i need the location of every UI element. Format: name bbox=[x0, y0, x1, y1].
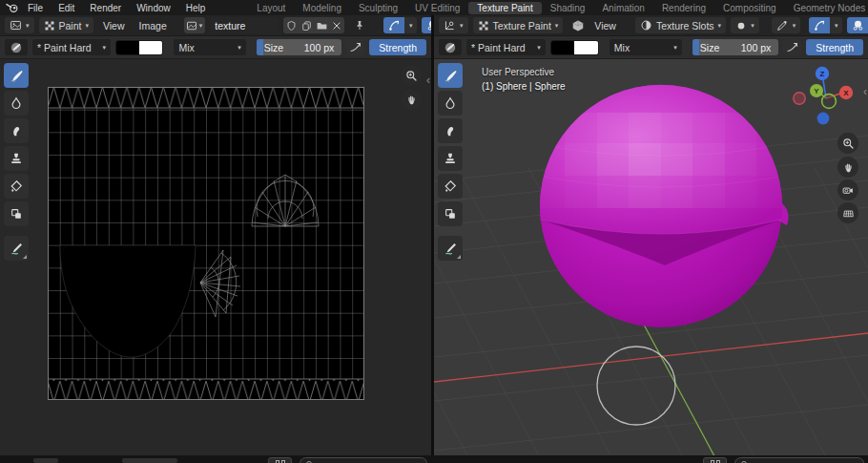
tool-annotate[interactable] bbox=[438, 236, 463, 261]
menu-render[interactable]: Render bbox=[83, 2, 128, 14]
tool-smear[interactable] bbox=[438, 118, 463, 143]
tool-fill[interactable] bbox=[4, 174, 29, 199]
menu-view[interactable]: View bbox=[98, 20, 130, 32]
tool-smear[interactable] bbox=[4, 118, 29, 143]
tool-fill[interactable] bbox=[438, 174, 463, 199]
size-slider[interactable]: Size 100 px bbox=[257, 39, 342, 55]
tab-texture-paint[interactable]: Texture Paint bbox=[468, 2, 541, 14]
tool-clone[interactable] bbox=[4, 146, 29, 171]
color-swatches[interactable] bbox=[550, 40, 599, 55]
gizmos-toggle[interactable]: ▾ bbox=[383, 17, 417, 33]
brush-icon-button[interactable] bbox=[5, 39, 28, 55]
viewport-body: User Perspective (1) Sphere | Sphere Z Y… bbox=[434, 59, 868, 455]
tab-compositing[interactable]: Compositing bbox=[714, 2, 785, 14]
search-field[interactable] bbox=[300, 457, 427, 463]
overlays-toggle[interactable]: ▾ bbox=[847, 17, 868, 33]
color-swatches[interactable] bbox=[115, 40, 164, 55]
mode-dropdown[interactable]: Texture Paint ▾ bbox=[473, 17, 564, 33]
tool-clone[interactable] bbox=[438, 146, 463, 171]
orthographic-toggle-button[interactable] bbox=[837, 202, 858, 223]
tool-soften[interactable] bbox=[4, 91, 29, 116]
texture-paint-canvas[interactable] bbox=[48, 87, 364, 400]
svg-text:Z: Z bbox=[820, 70, 825, 78]
svg-text:Y: Y bbox=[814, 87, 819, 95]
cutoff-widget bbox=[33, 458, 58, 463]
tab-geometry-nodes[interactable]: Geometry Nodes bbox=[785, 2, 868, 14]
chevron-down-icon: ▾ bbox=[751, 22, 754, 29]
zoom-button[interactable] bbox=[401, 65, 422, 86]
tool-soften[interactable] bbox=[438, 91, 463, 116]
orientation-gizmo[interactable]: Z Y X bbox=[789, 64, 863, 131]
topbar: File Edit Render Window Help Layout Mode… bbox=[0, 0, 868, 15]
size-pressure-button[interactable] bbox=[783, 39, 801, 55]
menu-help[interactable]: Help bbox=[179, 2, 213, 14]
strength-button[interactable]: Strength bbox=[369, 39, 426, 55]
gizmos-toggle[interactable]: ▾ bbox=[809, 17, 842, 33]
menu-view[interactable]: View bbox=[589, 20, 621, 32]
paint-mode-dropdown[interactable]: Paint ▾ bbox=[39, 17, 93, 33]
viewport-header: ▾ Texture Paint ▾ View bbox=[434, 15, 868, 36]
size-slider[interactable]: Size 100 px bbox=[692, 39, 778, 55]
texture-slots-dropdown[interactable]: Texture Slots ▾ bbox=[635, 17, 726, 33]
menu-edit[interactable]: Edit bbox=[52, 2, 81, 14]
brush-icon-button[interactable] bbox=[439, 39, 462, 55]
menu-window[interactable]: Window bbox=[130, 2, 177, 14]
fake-user-shield-button[interactable] bbox=[283, 17, 299, 33]
pan-hand-button[interactable] bbox=[837, 157, 858, 178]
editor-type-button[interactable]: ▾ bbox=[439, 17, 468, 33]
brush-display-dropdown[interactable]: ▾ bbox=[731, 17, 759, 33]
new-image-copy-button[interactable] bbox=[299, 17, 314, 33]
tool-mask[interactable] bbox=[438, 201, 463, 226]
editor-type-button[interactable]: ▾ bbox=[5, 17, 34, 33]
size-label: Size bbox=[700, 42, 719, 53]
display-mode-toggle[interactable] bbox=[703, 457, 727, 463]
brush-selector[interactable]: * Paint Hard ▾ bbox=[32, 39, 111, 55]
tool-mask[interactable] bbox=[4, 201, 29, 226]
camera-view-button[interactable] bbox=[837, 179, 858, 200]
blend-mode-dropdown[interactable]: Mix ▾ bbox=[174, 39, 245, 55]
tool-draw-brush[interactable] bbox=[4, 63, 29, 88]
viewport-overlay-text: User Perspective (1) Sphere | Sphere bbox=[482, 65, 566, 94]
primary-color-swatch[interactable] bbox=[551, 41, 575, 54]
strength-button[interactable]: Strength bbox=[806, 39, 863, 55]
tab-rendering[interactable]: Rendering bbox=[653, 2, 714, 14]
tab-animation[interactable]: Animation bbox=[593, 2, 652, 14]
display-mode-toggle[interactable] bbox=[268, 457, 292, 463]
tab-shading[interactable]: Shading bbox=[542, 2, 594, 14]
falloff-dropdown[interactable]: ▾ bbox=[772, 17, 801, 33]
secondary-color-swatch[interactable] bbox=[574, 41, 598, 54]
pin-icon[interactable] bbox=[354, 19, 365, 32]
viewport-editor-icon bbox=[444, 19, 456, 32]
tool-annotate[interactable] bbox=[4, 236, 29, 261]
search-field[interactable] bbox=[734, 457, 864, 463]
blend-mode-dropdown[interactable]: Mix ▾ bbox=[610, 39, 682, 55]
image-browse-button[interactable]: ▾ bbox=[184, 17, 206, 33]
cube-icon[interactable] bbox=[571, 19, 585, 32]
tab-sculpting[interactable]: Sculpting bbox=[350, 2, 406, 14]
unlink-close-button[interactable] bbox=[329, 17, 344, 33]
gizmo-icon bbox=[383, 17, 404, 33]
primary-color-swatch[interactable] bbox=[116, 41, 139, 54]
pan-hand-button[interactable] bbox=[401, 89, 422, 110]
brush-name: * Paint Hard bbox=[37, 42, 92, 53]
size-pressure-button[interactable] bbox=[346, 39, 364, 55]
collapse-panel-arrow[interactable]: ‹ bbox=[863, 86, 867, 97]
menu-file[interactable]: File bbox=[21, 2, 50, 14]
brush-selector[interactable]: * Paint Hard ▾ bbox=[466, 39, 546, 55]
tab-uv-editing[interactable]: UV Editing bbox=[406, 2, 468, 14]
slider-fill bbox=[692, 39, 699, 55]
blender-logo-icon[interactable] bbox=[6, 2, 19, 13]
blend-mode-label: Mix bbox=[178, 42, 194, 53]
zoom-button[interactable] bbox=[837, 133, 858, 154]
gizmo-axis-z-neg bbox=[817, 113, 830, 125]
collapse-panel-arrow[interactable]: ‹ bbox=[426, 74, 430, 86]
tool-draw-brush[interactable] bbox=[438, 63, 463, 88]
secondary-color-swatch[interactable] bbox=[139, 41, 162, 54]
menu-image[interactable]: Image bbox=[134, 20, 172, 32]
open-image-folder-button[interactable] bbox=[314, 17, 329, 33]
tab-modeling[interactable]: Modeling bbox=[294, 2, 350, 14]
gizmo-dropdown-button[interactable]: ▾ bbox=[404, 17, 417, 33]
tab-layout[interactable]: Layout bbox=[248, 2, 294, 14]
gizmo-dropdown-button[interactable]: ▾ bbox=[830, 17, 842, 33]
image-name-field[interactable] bbox=[210, 17, 279, 33]
